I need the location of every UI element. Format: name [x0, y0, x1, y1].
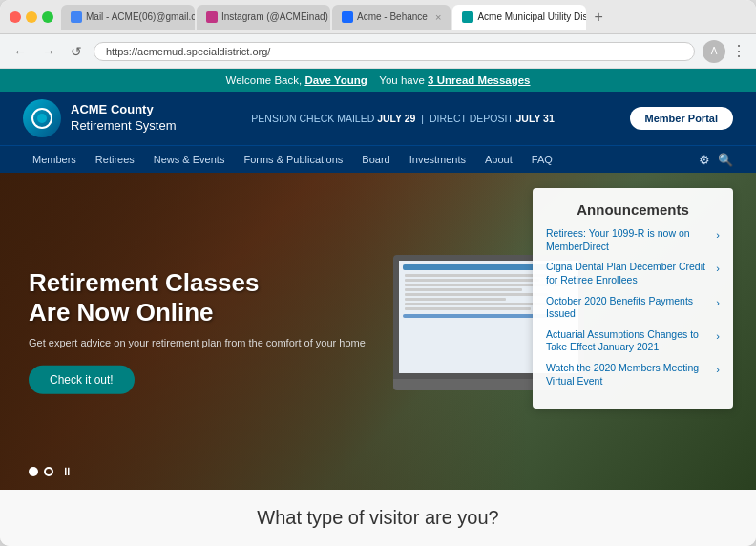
browser-actions: A ⋮ [703, 40, 746, 63]
screen-line-5 [405, 293, 548, 296]
logo-icon [23, 99, 61, 137]
screen-line-6 [405, 298, 506, 301]
tab-mail-label: Mail - ACME(06)@gmail.com [86, 11, 195, 22]
nav-item-investments[interactable]: Investments [400, 146, 475, 173]
announcement-item-3: Actuarial Assumptions Changes to Take Ef… [546, 328, 720, 354]
browser-titlebar: Mail - ACME(06)@gmail.com × Instagram (@… [0, 0, 756, 34]
tab-mail[interactable]: Mail - ACME(06)@gmail.com × [61, 5, 195, 30]
announcement-item-1: Cigna Dental Plan December Credit for Re… [546, 261, 720, 286]
hero-section: Retirement Classes Are Now Online Get ex… [0, 173, 756, 490]
tab-behance[interactable]: Acme - Behance × [332, 5, 451, 30]
announcement-item-0: Retirees: Your 1099-R is now on MemberDi… [546, 227, 720, 253]
messages-link[interactable]: 3 Unread Messages [428, 74, 530, 86]
behance-tab-icon [342, 11, 353, 23]
refresh-button[interactable]: ↺ [67, 42, 86, 61]
close-dot[interactable] [10, 11, 21, 23]
announcement-arrow-2: › [716, 296, 720, 309]
pension-label: PENSION CHECK MAILED [251, 113, 374, 124]
member-portal-button[interactable]: Member Portal [630, 107, 733, 130]
announcement-arrow-1: › [716, 262, 720, 275]
announcement-item-2: October 2020 Benefits Payments Issued › [546, 295, 720, 321]
deposit-date: JULY 31 [516, 113, 555, 124]
nav-item-forms[interactable]: Forms & Publications [234, 146, 352, 173]
hero-subtitle: Get expert advice on your retirement pla… [29, 337, 366, 348]
tab-instagram-label: Instagram (@ACMEinad) [221, 11, 328, 22]
tab-acme[interactable]: Acme Municipal Utility District × [452, 5, 586, 30]
nav-item-news[interactable]: News & Events [144, 146, 235, 173]
translate-icon[interactable]: ⚙ [699, 153, 710, 167]
browser-avatar[interactable]: A [703, 40, 725, 63]
carousel-dot-1[interactable] [29, 467, 38, 476]
tab-instagram[interactable]: Instagram (@ACMEinad) × [197, 5, 330, 30]
screen-line-4 [405, 288, 522, 291]
carousel-pause-button[interactable]: ⏸ [61, 465, 73, 478]
announcement-link-3[interactable]: Actuarial Assumptions Changes to Take Ef… [546, 328, 720, 354]
website-content: Welcome Back, Dave Young You have 3 Unre… [0, 69, 756, 546]
screen-line-8 [405, 307, 531, 310]
back-button[interactable]: ← [10, 42, 31, 61]
org-name-line1: ACME County [71, 102, 177, 118]
nav-item-members[interactable]: Members [23, 146, 86, 173]
screen-line-2 [405, 279, 539, 282]
hero-title-line2: Are Now Online [29, 298, 214, 326]
svg-point-1 [37, 114, 47, 123]
announcement-link-4[interactable]: Watch the 2020 Members Meeting Virtual E… [546, 362, 720, 388]
logo-text: ACME County Retirement System [71, 102, 177, 135]
site-header: ACME County Retirement System PENSION CH… [0, 92, 756, 145]
messages-text: You have [379, 74, 425, 86]
nav-item-faq[interactable]: FAQ [522, 146, 562, 173]
announcement-link-2[interactable]: October 2020 Benefits Payments Issued › [546, 295, 720, 321]
browser-window: Mail - ACME(06)@gmail.com × Instagram (@… [0, 0, 756, 546]
hero-title-line1: Retirement Classes [29, 268, 259, 297]
carousel-dots: ⏸ [29, 465, 73, 478]
maximize-dot[interactable] [42, 11, 53, 23]
announcement-link-0[interactable]: Retirees: Your 1099-R is now on MemberDi… [546, 227, 720, 253]
org-name-line2: Retirement System [71, 118, 177, 135]
new-tab-button[interactable]: + [588, 9, 608, 26]
hero-title: Retirement Classes Are Now Online [29, 268, 366, 327]
logo-area: ACME County Retirement System [23, 99, 177, 137]
announcements-panel: Announcements Retirees: Your 1099-R is n… [533, 188, 733, 409]
browser-menu-icon[interactable]: ⋮ [731, 42, 746, 60]
announcement-arrow-0: › [716, 228, 720, 242]
address-bar[interactable]: https://acmemud.specialdistrict.org/ [94, 42, 695, 61]
cta-button[interactable]: Check it out! [29, 366, 135, 394]
nav-item-about[interactable]: About [475, 146, 522, 173]
visitor-type-question: What type of visitor are you? [23, 507, 733, 529]
announcement-text-1: Cigna Dental Plan December Credit for Re… [546, 261, 714, 286]
announcement-link-1[interactable]: Cigna Dental Plan December Credit for Re… [546, 261, 720, 286]
forward-button[interactable]: → [38, 42, 59, 61]
announcement-text-3: Actuarial Assumptions Changes to Take Ef… [546, 328, 714, 354]
tab-behance-close[interactable]: × [435, 11, 441, 23]
top-announcement-bar: Welcome Back, Dave Young You have 3 Unre… [0, 69, 756, 92]
announcement-arrow-3: › [716, 329, 720, 343]
announcement-arrow-4: › [716, 363, 720, 376]
pension-date: JULY 29 [377, 113, 415, 124]
acme-tab-icon [462, 11, 473, 23]
nav-item-retirees[interactable]: Retirees [86, 146, 144, 173]
carousel-dot-2[interactable] [44, 467, 53, 476]
nav-icons: ⚙ 🔍 [699, 153, 733, 167]
search-icon[interactable]: 🔍 [718, 153, 733, 167]
visitor-type-section: What type of visitor are you? [0, 490, 756, 546]
tab-behance-label: Acme - Behance [357, 11, 428, 22]
avatar-initial: A [711, 46, 718, 56]
nav-item-board[interactable]: Board [352, 146, 399, 173]
browser-dots [10, 11, 53, 23]
welcome-text: Welcome Back, [225, 74, 302, 86]
browser-toolbar: ← → ↺ https://acmemud.specialdistrict.or… [0, 34, 756, 69]
logo-svg [31, 107, 53, 130]
announcement-item-4: Watch the 2020 Members Meeting Virtual E… [546, 362, 720, 388]
mail-tab-icon [71, 11, 82, 23]
tab-acme-label: Acme Municipal Utility District [477, 11, 586, 22]
minimize-dot[interactable] [26, 11, 37, 23]
announcement-text-2: October 2020 Benefits Payments Issued [546, 295, 714, 321]
announcement-text-4: Watch the 2020 Members Meeting Virtual E… [546, 362, 714, 388]
announcement-text-0: Retirees: Your 1099-R is now on MemberDi… [546, 227, 714, 253]
instagram-tab-icon [206, 11, 218, 23]
hero-content: Retirement Classes Are Now Online Get ex… [29, 268, 366, 394]
site-nav: Members Retirees News & Events Forms & P… [0, 145, 756, 173]
announcements-title: Announcements [546, 201, 720, 218]
deposit-label: DIRECT DEPOSIT [430, 113, 514, 124]
user-name-link[interactable]: Dave Young [304, 74, 367, 86]
